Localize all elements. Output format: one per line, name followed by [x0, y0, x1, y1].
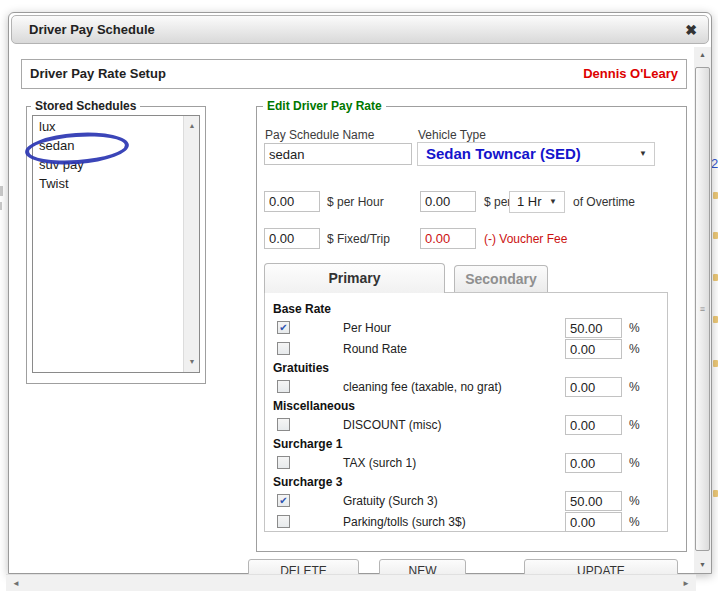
- vehicle-type-select[interactable]: Sedan Towncar (SED) ▼: [417, 142, 655, 166]
- group-heading-surcharge-3: Surcharge 3: [265, 474, 667, 491]
- close-icon[interactable]: ✖: [685, 22, 697, 38]
- fixed-trip-input[interactable]: [264, 228, 320, 249]
- checkbox-gratuity-surch-3[interactable]: ✔: [277, 494, 290, 507]
- rate-label: Per Hour: [343, 318, 391, 339]
- rate-rows-container: Base Rate✔Per Hour%Round Rate%Gratuities…: [265, 301, 667, 533]
- scroll-right-icon[interactable]: ►: [678, 575, 694, 591]
- fixed-trip-label: $ Fixed/Trip: [327, 232, 390, 246]
- percent-sign: %: [629, 491, 640, 512]
- scroll-down-icon[interactable]: ▼: [184, 354, 200, 370]
- stored-schedules-fieldset: Stored Schedules luxsedansuv payTwist ▲ …: [26, 106, 206, 384]
- rate-row: ✔Gratuity (Surch 3)%: [265, 491, 667, 512]
- group-heading-surcharge-1: Surcharge 1: [265, 436, 667, 453]
- overtime-unit-value: 1 Hr: [517, 192, 542, 212]
- page: 2 Driver Pay Schedule ✖ ▲ ≡ ▼ Driver Pay…: [0, 0, 718, 591]
- scroll-up-icon[interactable]: ▲: [184, 118, 200, 134]
- background-dot: [713, 192, 718, 199]
- page-header: Driver Pay Rate Setup Dennis O'Leary: [21, 59, 687, 89]
- vertical-scrollbar-thumb[interactable]: ≡: [695, 67, 710, 551]
- checkbox-per-hour[interactable]: ✔: [277, 321, 290, 334]
- rate-label: TAX (surch 1): [343, 453, 416, 474]
- background-left-mark: [0, 202, 2, 210]
- rate-row: Parking/tolls (surch 3$)%: [265, 512, 667, 533]
- vertical-scrollbar[interactable]: ▲ ≡ ▼: [694, 47, 711, 573]
- horizontal-scrollbar[interactable]: ◄ ►: [6, 574, 696, 591]
- list-item-sedan[interactable]: sedan: [33, 136, 182, 155]
- voucher-fee-label: (-) Voucher Fee: [484, 232, 567, 246]
- pay-schedule-name-label: Pay Schedule Name: [265, 128, 374, 142]
- rate-value-input-parking-tolls-surch-3[interactable]: [565, 512, 622, 532]
- background-left-mark: [0, 186, 3, 196]
- per-hour-input[interactable]: [264, 191, 320, 212]
- background-dot: [713, 232, 718, 239]
- list-item-lux[interactable]: lux: [33, 117, 182, 136]
- rate-row: cleaning fee (taxable, no grat)%: [265, 377, 667, 398]
- scrollbar-grip-icon: ≡: [696, 303, 709, 315]
- overtime-unit-select[interactable]: 1 Hr ▼: [509, 191, 565, 213]
- background-dot: [713, 360, 718, 367]
- rate-value-input-per-hour[interactable]: [565, 318, 622, 338]
- scroll-down-icon[interactable]: ▼: [694, 557, 711, 573]
- chevron-down-icon: ▼: [639, 149, 647, 158]
- listbox-scrollbar[interactable]: ▲ ▼: [183, 116, 199, 372]
- rate-row: TAX (surch 1)%: [265, 453, 667, 474]
- rate-label: Gratuity (Surch 3): [343, 491, 438, 512]
- background-dot: [713, 274, 718, 281]
- edit-pay-rate-fieldset: Edit Driver Pay Rate Pay Schedule Name V…: [256, 106, 687, 552]
- rate-value-input-discount-misc[interactable]: [565, 415, 622, 435]
- checkbox-discount-misc[interactable]: [277, 418, 290, 431]
- stored-schedules-legend: Stored Schedules: [31, 99, 140, 113]
- modal-titlebar[interactable]: Driver Pay Schedule ✖: [11, 15, 709, 44]
- tab-primary[interactable]: Primary: [264, 263, 445, 293]
- page-title: Driver Pay Rate Setup: [30, 60, 166, 88]
- rate-label: DISCOUNT (misc): [343, 415, 441, 436]
- edit-pay-rate-legend: Edit Driver Pay Rate: [263, 99, 386, 113]
- percent-sign: %: [629, 318, 640, 339]
- rate-value-input-gratuity-surch-3[interactable]: [565, 491, 622, 511]
- overtime-amount-input[interactable]: [420, 191, 476, 212]
- checkbox-round-rate[interactable]: [277, 342, 290, 355]
- rate-label: Parking/tolls (surch 3$): [343, 512, 466, 533]
- group-heading-gratuities: Gratuities: [265, 360, 667, 377]
- rate-row: ✔Per Hour%: [265, 318, 667, 339]
- stored-schedules-listbox[interactable]: luxsedansuv payTwist ▲ ▼: [32, 115, 200, 373]
- overtime-label: of Overtime: [573, 195, 635, 209]
- list-item-suv-pay[interactable]: suv pay: [33, 155, 182, 174]
- chevron-down-icon: ▼: [549, 197, 557, 206]
- checkbox-cleaning-fee-taxable-no-grat[interactable]: [277, 380, 290, 393]
- pay-schedule-name-input[interactable]: [264, 143, 412, 165]
- per-hour-label: $ per Hour: [327, 195, 384, 209]
- rate-label: cleaning fee (taxable, no grat): [343, 377, 502, 398]
- vehicle-type-value: Sedan Towncar (SED): [426, 143, 581, 165]
- user-name: Dennis O'Leary: [583, 60, 678, 88]
- rate-value-input-tax-surch-1[interactable]: [565, 453, 622, 473]
- primary-tab-panel: Base Rate✔Per Hour%Round Rate%Gratuities…: [264, 292, 668, 532]
- background-dot: [713, 316, 718, 323]
- stored-schedules-list: luxsedansuv payTwist: [33, 117, 182, 193]
- group-heading-base-rate: Base Rate: [265, 301, 667, 318]
- percent-sign: %: [629, 453, 640, 474]
- driver-pay-schedule-modal: Driver Pay Schedule ✖ ▲ ≡ ▼ Driver Pay R…: [8, 12, 712, 574]
- tab-secondary[interactable]: Secondary: [454, 265, 548, 292]
- list-item-twist[interactable]: Twist: [33, 174, 182, 193]
- rate-label: Round Rate: [343, 339, 407, 360]
- group-heading-miscellaneous: Miscellaneous: [265, 398, 667, 415]
- vehicle-type-label: Vehicle Type: [418, 128, 486, 142]
- overtime-per-label: $ per: [484, 195, 511, 209]
- rate-row: Round Rate%: [265, 339, 667, 360]
- scroll-up-icon[interactable]: ▲: [694, 47, 711, 63]
- percent-sign: %: [629, 377, 640, 398]
- percent-sign: %: [629, 512, 640, 533]
- checkbox-parking-tolls-surch-3[interactable]: [277, 515, 290, 528]
- background-dot: [713, 490, 718, 497]
- rate-row: DISCOUNT (misc)%: [265, 415, 667, 436]
- checkbox-tax-surch-1[interactable]: [277, 456, 290, 469]
- percent-sign: %: [629, 415, 640, 436]
- scroll-left-icon[interactable]: ◄: [8, 575, 24, 591]
- rate-value-input-cleaning-fee-taxable-no-grat[interactable]: [565, 377, 622, 397]
- percent-sign: %: [629, 339, 640, 360]
- voucher-fee-input[interactable]: [420, 228, 476, 249]
- background-page-number: 2: [711, 156, 718, 171]
- rate-value-input-round-rate[interactable]: [565, 339, 622, 359]
- modal-title: Driver Pay Schedule: [29, 22, 155, 37]
